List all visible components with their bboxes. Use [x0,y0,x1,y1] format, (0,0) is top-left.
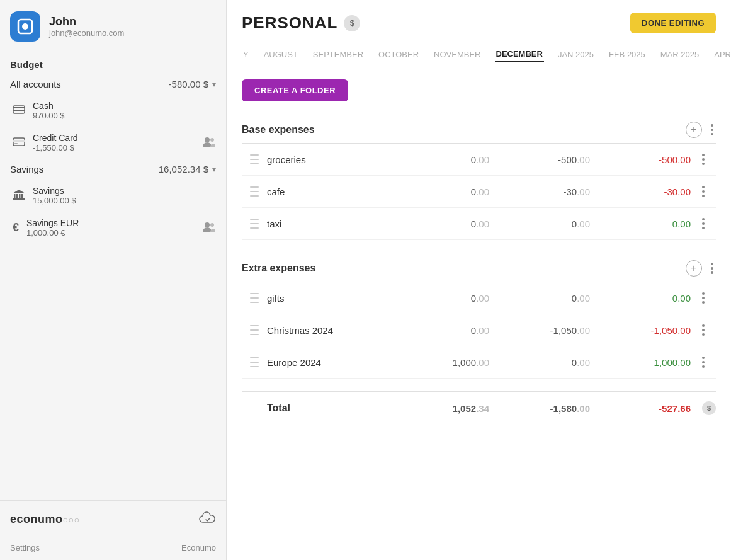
row-budget: 0.00 [388,219,489,229]
svg-rect-6 [13,140,25,142]
drag-handle[interactable] [242,324,267,336]
month-item-september[interactable]: SEPTEMBER [312,47,365,62]
budget-row-1: Christmas 20240.00-1,050.00-1,050.00 [242,314,716,346]
savings-account-balance: 15,000.00 $ [33,196,76,205]
app-logo [10,11,40,42]
bank-icon [13,189,25,203]
all-accounts-chevron: ▾ [212,80,216,89]
drag-handle[interactable] [242,357,267,368]
month-item-y[interactable]: Y [242,47,250,62]
row-budget: 0.00 [388,186,489,197]
drag-handle[interactable] [242,292,267,304]
brand-dots: ○○○ [63,515,80,525]
done-editing-button[interactable]: DONE EDITING [630,13,716,33]
svg-rect-11 [16,194,18,198]
svg-marker-14 [13,190,25,193]
row-name: cafe [267,186,388,197]
drag-handle[interactable] [242,186,267,197]
savings-eur-shared-icon [202,221,216,235]
total-label: Total [267,403,388,414]
savings-group-row[interactable]: Savings 16,052.34 $ ▾ [0,159,226,180]
row-more-button[interactable] [691,152,716,166]
month-item-apr-2025[interactable]: APR 2025 [713,47,731,62]
row-more-button[interactable] [691,323,716,337]
svg-rect-15 [13,198,25,200]
month-nav: YAUGUSTSEPTEMBEROCTOBERNOVEMBERDECEMBERJ… [227,40,731,69]
folder-title-1: Extra expenses [242,263,315,274]
credit-card-icon [13,137,25,149]
account-item-cash[interactable]: Cash 970.00 $ [0,94,226,127]
row-actual: 0.00 [489,357,590,368]
row-budget: 0.00 [388,154,489,165]
folder-add-button-1[interactable]: + [686,260,702,277]
row-actual: -500.00 [489,154,590,165]
total-dollar-icon: $ [702,401,716,415]
all-accounts-row[interactable]: All accounts -580.00 $ ▾ [0,74,226,94]
row-budget: 1,000.00 [388,357,489,368]
row-budget: 0.00 [388,293,489,304]
account-item-savings-eur[interactable]: € Savings EUR 1,000.00 € [0,212,226,244]
month-item-august[interactable]: AUGUST [263,47,299,62]
user-info: John john@econumo.com [49,15,124,38]
econumo-link[interactable]: Econumo [181,543,216,552]
create-folder-button[interactable]: CREATE A FOLDER [242,79,348,101]
row-name: Europe 2024 [267,357,388,368]
row-more-button[interactable] [691,291,716,305]
sidebar-footer: econumo○○○ [0,500,226,538]
svg-point-17 [210,223,214,227]
row-result: -1,050.00 [590,325,691,336]
month-item-jan-2025[interactable]: JAN 2025 [557,47,595,62]
row-actual: 0.00 [489,293,590,304]
drag-handle[interactable] [242,218,267,229]
credit-card-shared-icon [202,136,216,150]
folder-header-0: Base expenses+ [242,114,716,144]
month-item-feb-2025[interactable]: FEB 2025 [608,47,647,62]
row-name: Christmas 2024 [267,325,388,336]
euro-icon: € [13,221,19,234]
row-name: gifts [267,293,388,304]
row-budget: 0.00 [388,325,489,336]
savings-eur-name: Savings EUR [26,218,79,228]
folder-title-0: Base expenses [242,124,315,135]
user-name: John [49,15,124,28]
sidebar: John john@econumo.com Budget All account… [0,0,227,560]
row-more-button[interactable] [691,355,716,369]
row-name: groceries [267,154,388,165]
account-item-savings[interactable]: Savings 15,000.00 $ [0,180,226,212]
budget-row-0: groceries0.00-500.00-500.00 [242,144,716,176]
cash-account-name: Cash [33,101,65,111]
row-more-button[interactable] [691,185,716,198]
folder-more-button-1[interactable] [708,261,716,275]
page-title: PERSONAL [242,13,337,33]
svg-rect-10 [14,194,16,198]
month-item-october[interactable]: OCTOBER [377,47,420,62]
svg-point-16 [205,222,210,227]
folder-add-button-0[interactable]: + [686,122,702,138]
row-more-button[interactable] [691,217,716,231]
settings-link[interactable]: Settings [10,543,40,552]
sidebar-bottom-links: Settings Econumo [0,538,226,560]
row-actual: 0.00 [489,219,590,229]
folder-section-1: Extra expenses+gifts0.000.000.00Christma… [242,253,716,379]
folder-header-1: Extra expenses+ [242,253,716,282]
row-actual: -1,050.00 [489,325,590,336]
month-item-december[interactable]: DECEMBER [495,47,544,62]
svg-rect-13 [21,194,23,198]
budget-row-2: Europe 20241,000.000.001,000.00 [242,346,716,379]
folder-more-button-0[interactable] [708,123,716,137]
credit-card-balance: -1,550.00 $ [33,143,78,152]
svg-point-9 [210,138,214,142]
all-accounts-label: All accounts [10,79,61,89]
month-item-mar-2025[interactable]: MAR 2025 [659,47,700,62]
main-content: PERSONAL $ DONE EDITING YAUGUSTSEPTEMBER… [227,0,731,560]
budget-row-0: gifts0.000.000.00 [242,282,716,314]
savings-eur-balance: 1,000.00 € [26,228,79,237]
budget-row-1: cafe0.00-30.00-30.00 [242,176,716,208]
savings-amount: 16,052.34 $ ▾ [159,164,216,174]
account-item-credit-card[interactable]: Credit Card -1,550.00 $ [0,127,226,159]
user-email: john@econumo.com [49,28,124,38]
row-result: 1,000.00 [590,357,691,368]
cash-icon [13,105,25,117]
month-item-november[interactable]: NOVEMBER [433,47,482,62]
drag-handle[interactable] [242,154,267,165]
